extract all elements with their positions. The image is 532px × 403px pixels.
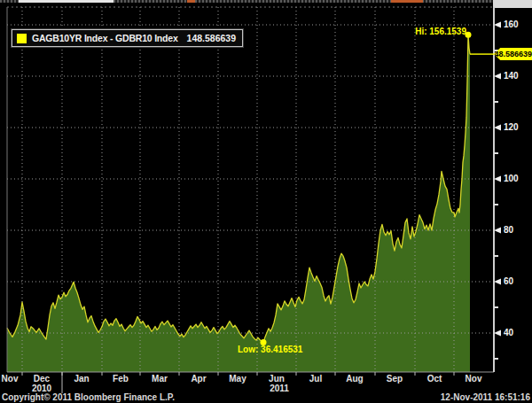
- x-axis-year-label: 2011: [270, 384, 289, 393]
- last-price-tag: 148.586639: [494, 48, 532, 60]
- y-major-tick-arrow: [494, 74, 501, 80]
- y-major-tick-arrow: [494, 22, 501, 28]
- x-axis-month-label: May: [229, 375, 246, 384]
- x-axis-month-label: Dec: [34, 375, 50, 384]
- y-axis-tick-label: 100: [504, 174, 519, 183]
- y-axis-tick-label: 160: [504, 20, 519, 29]
- high-annotation: Hi: 156.1539: [415, 27, 466, 36]
- y-major-tick-arrow: [494, 279, 501, 285]
- y-major-tick-arrow: [494, 228, 501, 234]
- y-axis-tick-label: 120: [504, 123, 519, 132]
- x-axis-month-label: Mar: [152, 375, 168, 384]
- y-axis-tick-label: 140: [504, 72, 519, 81]
- x-axis-month-label: Sep: [387, 375, 403, 384]
- y-major-tick-arrow: [494, 176, 501, 182]
- series-swatch-icon: [17, 34, 27, 43]
- x-axis-month-label: Jan: [74, 375, 89, 384]
- x-axis-month-label: Jul: [309, 375, 322, 384]
- x-axis-month-label: Jun: [269, 375, 285, 384]
- bloomberg-chart-window: GAGB10YR Index - GDBR10 Index 148.586639…: [0, 0, 532, 403]
- x-axis-month-label: Oct: [427, 375, 442, 384]
- x-axis-month-label: Nov: [466, 375, 482, 384]
- series-name: GAGB10YR Index - GDBR10 Index: [32, 33, 178, 43]
- x-axis-month-label: Nov: [2, 375, 19, 384]
- y-axis-tick-label: 40: [504, 329, 513, 337]
- series-last-value: 148.586639: [187, 33, 236, 43]
- x-axis-month-label: Feb: [113, 375, 129, 384]
- price-chart: [0, 0, 532, 403]
- y-axis-tick-label: 60: [504, 277, 513, 286]
- y-major-tick-arrow: [494, 125, 501, 131]
- low-annotation: Low: 36.416531: [238, 345, 302, 354]
- series-legend[interactable]: GAGB10YR Index - GDBR10 Index 148.586639: [12, 29, 243, 47]
- y-major-tick-arrow: [494, 330, 501, 337]
- x-axis-month-label: Aug: [346, 375, 363, 384]
- copyright-text: Copyright© 2011 Bloomberg Finance L.P.: [2, 393, 175, 402]
- timestamp: 12-Nov-2011 16:51:16: [441, 393, 530, 402]
- x-axis-month-label: Apr: [191, 375, 206, 384]
- y-axis-tick-label: 80: [504, 226, 513, 235]
- area-fill: [7, 35, 470, 372]
